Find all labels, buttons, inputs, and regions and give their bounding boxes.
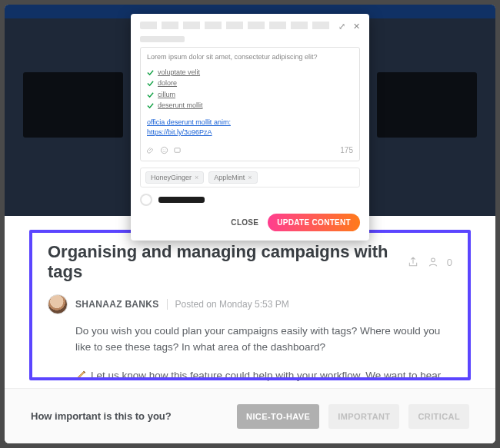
nice-to-have-button[interactable]: NICE-TO-HAVE (237, 404, 319, 429)
post-paragraph: Do you wish you could plan your campaign… (75, 324, 452, 356)
posted-time: Posted on Monday 5:53 PM (175, 299, 289, 310)
expand-icon[interactable]: ⤢ (338, 22, 345, 32)
char-counter: 175 (340, 144, 353, 156)
avatar (48, 294, 68, 314)
close-button[interactable]: CLOSE (231, 218, 258, 227)
assignee-name-placeholder (158, 197, 205, 203)
tag-chip[interactable]: AppleMint× (208, 171, 257, 184)
svg-point-0 (161, 147, 167, 153)
edit-content-modal: ⤢ ✕ Lorem ipsum dolor sit amet, consecte… (131, 14, 369, 241)
svg-rect-3 (175, 148, 180, 152)
check-icon (147, 91, 154, 98)
feedback-panel: Organising and managing campaigns with t… (5, 216, 495, 443)
content-text: Lorem ipsum dolor sit amet, consectetur … (147, 52, 353, 63)
tag-input[interactable]: HoneyGinger× AppleMint× (140, 168, 360, 187)
svg-point-4 (431, 258, 435, 262)
check-icon (147, 102, 154, 109)
comment-count: 0 (447, 257, 452, 268)
post-card: Organising and managing campaigns with t… (29, 230, 471, 380)
emoji-icon[interactable] (160, 146, 168, 154)
share-icon[interactable] (407, 256, 419, 268)
tag-chip[interactable]: HoneyGinger× (145, 171, 204, 184)
check-icon (147, 80, 154, 87)
important-button[interactable]: IMPORTANT (328, 404, 399, 429)
person-icon[interactable] (427, 256, 439, 268)
importance-footer: How important is this to you? NICE-TO-HA… (5, 388, 495, 443)
content-tile (377, 72, 477, 138)
svg-point-2 (165, 149, 165, 150)
update-content-button[interactable]: UPDATE CONTENT (268, 214, 360, 231)
modal-title-placeholder (140, 22, 331, 29)
modal-subtitle-placeholder (140, 36, 185, 42)
svg-point-1 (163, 149, 164, 150)
checklist-item: deserunt mollit (147, 101, 353, 111)
remove-tag-icon[interactable]: × (248, 174, 252, 181)
critical-button[interactable]: CRITICAL (408, 404, 469, 429)
importance-prompt: How important is this to you? (31, 410, 228, 422)
content-link[interactable]: officia deserunt mollit anim: (147, 118, 231, 128)
avatar-placeholder[interactable] (140, 194, 152, 206)
assignee-row (140, 194, 360, 206)
attachment-icon[interactable] (147, 146, 155, 154)
content-textarea[interactable]: Lorem ipsum dolor sit amet, consectetur … (140, 47, 360, 161)
close-icon[interactable]: ✕ (353, 22, 360, 32)
media-icon[interactable] (173, 146, 182, 154)
content-link-url[interactable]: https://bit.ly/3o96PzA (147, 128, 212, 138)
check-icon (147, 69, 154, 76)
content-tile (23, 72, 123, 138)
remove-tag-icon[interactable]: × (195, 174, 198, 181)
author-name: SHANAAZ BANKS (75, 299, 159, 310)
checklist-item: cillum (147, 90, 353, 101)
writing-hand-icon (75, 369, 88, 381)
checklist-item: dolore (147, 78, 353, 89)
checklist-item: voluptate velit (147, 68, 353, 78)
post-title: Organising and managing campaigns with t… (48, 242, 396, 282)
divider (167, 299, 168, 310)
